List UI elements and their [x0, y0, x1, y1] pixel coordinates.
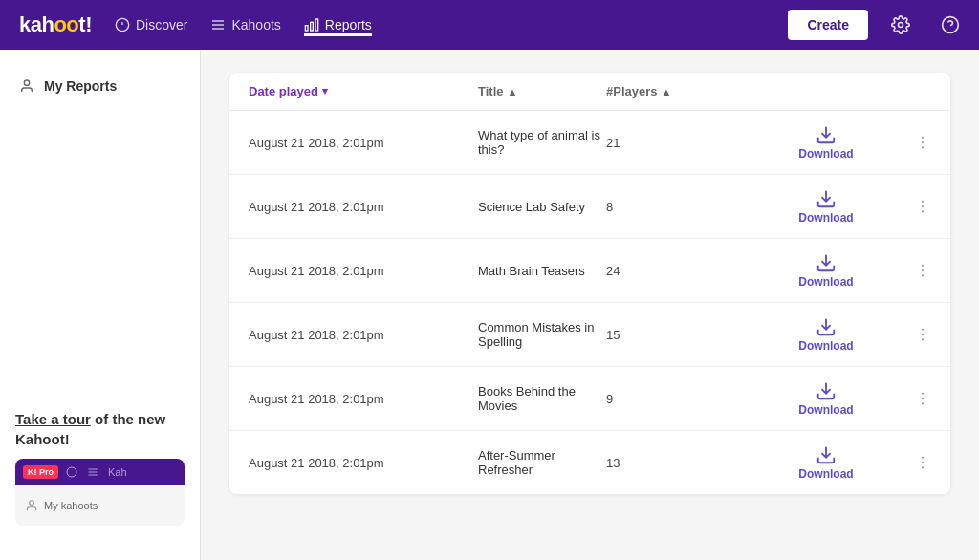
table-body: August 21 2018, 2:01pm What type of anim… [229, 111, 950, 494]
cell-date: August 21 2018, 2:01pm [249, 136, 478, 150]
download-button[interactable]: Download [759, 252, 893, 289]
cell-players: 24 [606, 264, 759, 278]
download-button[interactable]: Download [759, 380, 893, 417]
svg-point-9 [899, 23, 903, 28]
col-date-played[interactable]: Date played ▾ [249, 84, 478, 98]
table-row: August 21 2018, 2:01pm Common Mistakes i… [229, 303, 950, 367]
more-options-button[interactable] [893, 454, 931, 471]
help-icon[interactable] [941, 15, 960, 34]
cell-date: August 21 2018, 2:01pm [249, 200, 478, 214]
sidebar-promo: Take a tour of the new Kahoot! K! Pro Ka… [0, 394, 200, 541]
create-button[interactable]: Create [788, 10, 868, 40]
svg-point-20 [922, 141, 924, 143]
svg-point-35 [922, 393, 924, 395]
svg-point-39 [922, 457, 924, 459]
download-label: Download [798, 211, 853, 225]
col-title[interactable]: Title ▲ [478, 84, 606, 98]
cell-title: What type of animal is this? [478, 128, 606, 157]
svg-rect-8 [305, 26, 308, 31]
promo-nav-icons: Kah [66, 466, 127, 478]
main-content: Date played ▾ Title ▲ #Players ▲ August … [201, 50, 979, 560]
cell-players: 21 [606, 136, 759, 150]
svg-point-25 [922, 210, 924, 212]
svg-point-12 [24, 80, 29, 85]
download-button[interactable]: Download [759, 188, 893, 225]
cell-date: August 21 2018, 2:01pm [249, 456, 478, 470]
sidebar-item-my-reports[interactable]: My Reports [0, 69, 200, 103]
download-button[interactable]: Download [759, 444, 893, 481]
settings-icon[interactable] [891, 15, 910, 34]
download-button[interactable]: Download [759, 316, 893, 353]
more-options-button[interactable] [893, 198, 931, 215]
table-header: Date played ▾ Title ▲ #Players ▲ [229, 73, 950, 111]
main-layout: My Reports Take a tour of the new Kahoot… [0, 50, 979, 560]
svg-point-13 [67, 467, 76, 477]
sidebar: My Reports Take a tour of the new Kahoot… [0, 50, 201, 560]
svg-point-28 [922, 269, 924, 271]
cell-title: Math Brain Teasers [478, 264, 606, 278]
more-options-button[interactable] [893, 390, 931, 407]
cell-players: 8 [606, 200, 759, 214]
download-label: Download [798, 467, 853, 481]
svg-point-23 [922, 201, 924, 203]
cell-title: After-Summer Refresher [478, 448, 606, 477]
sort-arrow-up-title: ▲ [508, 86, 518, 97]
svg-point-29 [922, 274, 924, 276]
cell-date: August 21 2018, 2:01pm [249, 264, 478, 278]
svg-point-37 [922, 402, 924, 404]
cell-title: Science Lab Safety [478, 200, 606, 214]
table-row: August 21 2018, 2:01pm Math Brain Teaser… [229, 239, 950, 303]
svg-point-33 [922, 338, 924, 340]
reports-table: Date played ▾ Title ▲ #Players ▲ August … [229, 73, 950, 494]
svg-rect-7 [310, 22, 313, 31]
svg-point-41 [922, 466, 924, 468]
sort-arrow-down: ▾ [322, 85, 328, 97]
nav-discover-label: Discover [136, 17, 187, 32]
svg-point-32 [922, 334, 924, 335]
nav-reports-label: Reports [325, 17, 372, 32]
cell-players: 15 [606, 328, 759, 342]
download-label: Download [798, 403, 853, 417]
table-row: August 21 2018, 2:01pm After-Summer Refr… [229, 431, 950, 494]
table-row: August 21 2018, 2:01pm What type of anim… [229, 111, 950, 175]
nav-kahoots[interactable]: Kahoots [210, 13, 280, 36]
more-options-button[interactable] [893, 262, 931, 279]
logo[interactable]: kahoot! [19, 12, 92, 37]
cell-title: Common Mistakes in Spelling [478, 320, 606, 349]
more-options-button[interactable] [893, 134, 931, 151]
svg-point-27 [922, 265, 924, 267]
table-row: August 21 2018, 2:01pm Books Behind the … [229, 367, 950, 431]
svg-point-19 [922, 137, 924, 139]
promo-thumbnail: K! Pro Kah My kahoots [15, 459, 185, 526]
svg-rect-6 [315, 19, 318, 31]
download-label: Download [798, 275, 853, 289]
cell-title: Books Behind the Movies [478, 384, 606, 413]
top-navigation: kahoot! Discover Kahoots Reports Create [0, 0, 979, 50]
more-options-button[interactable] [893, 326, 931, 343]
svg-point-31 [922, 329, 924, 331]
download-label: Download [798, 339, 853, 353]
cell-players: 9 [606, 392, 759, 406]
promo-text: Take a tour of the new Kahoot! [15, 409, 185, 449]
nav-reports[interactable]: Reports [304, 13, 372, 36]
svg-point-40 [922, 462, 924, 463]
promo-thumbnail-body: My kahoots [15, 485, 185, 526]
promo-tour-link[interactable]: Take a tour [15, 411, 91, 427]
nav-kahoots-label: Kahoots [231, 17, 280, 32]
sort-arrow-up-players: ▲ [662, 86, 672, 97]
cell-players: 13 [606, 456, 759, 470]
download-button[interactable]: Download [759, 124, 893, 161]
table-row: August 21 2018, 2:01pm Science Lab Safet… [229, 175, 950, 239]
svg-point-24 [922, 205, 924, 207]
svg-point-17 [30, 501, 34, 506]
sidebar-item-label: My Reports [44, 78, 117, 94]
svg-point-36 [922, 398, 924, 399]
svg-point-21 [922, 146, 924, 148]
download-label: Download [798, 147, 853, 161]
cell-date: August 21 2018, 2:01pm [249, 328, 478, 342]
nav-discover[interactable]: Discover [115, 13, 187, 36]
cell-date: August 21 2018, 2:01pm [249, 392, 478, 406]
col-players[interactable]: #Players ▲ [606, 84, 759, 98]
k-pro-badge: K! Pro [23, 465, 58, 479]
